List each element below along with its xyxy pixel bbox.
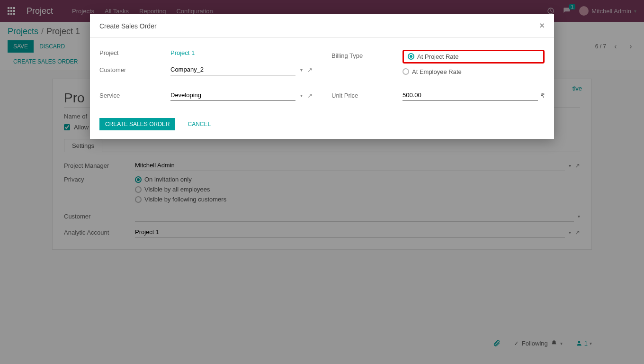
unit-price-input[interactable] xyxy=(402,90,538,101)
radio-unchecked-icon xyxy=(402,68,409,75)
customer-label: Customer xyxy=(99,66,170,73)
modal-footer: CREATE SALES ORDER CANCEL xyxy=(90,112,554,139)
create-sales-order-modal: Create Sales Order × Project Project 1 C… xyxy=(90,14,554,139)
service-input[interactable] xyxy=(170,90,295,101)
external-link-icon[interactable]: ↗ xyxy=(307,66,313,73)
caret-icon[interactable]: ▾ xyxy=(300,93,303,98)
customer-input[interactable] xyxy=(170,64,295,75)
modal-header: Create Sales Order × xyxy=(90,14,554,38)
billing-opt-employee-rate[interactable]: At Employee Rate xyxy=(402,68,545,75)
unit-price-field: ₹ xyxy=(402,90,545,101)
service-label: Service xyxy=(99,92,170,99)
project-link[interactable]: Project 1 xyxy=(170,49,313,56)
close-icon[interactable]: × xyxy=(539,21,545,31)
caret-icon[interactable]: ▾ xyxy=(300,67,303,73)
billing-type-label: Billing Type xyxy=(331,49,402,59)
external-link-icon[interactable]: ↗ xyxy=(307,92,313,99)
billing-opt-project-rate[interactable]: At Project Rate xyxy=(402,50,545,64)
billing-type-options: At Project Rate At Employee Rate xyxy=(402,50,545,75)
project-label: Project xyxy=(99,49,170,56)
unit-price-label: Unit Price xyxy=(331,92,402,99)
radio-checked-icon xyxy=(408,53,414,60)
customer-field: ▾ ↗ xyxy=(170,64,313,75)
service-field: ▾ ↗ xyxy=(170,90,313,101)
modal-title: Create Sales Order xyxy=(99,22,157,30)
modal-create-button[interactable]: CREATE SALES ORDER xyxy=(99,118,175,130)
modal-cancel-button[interactable]: CANCEL xyxy=(182,118,216,130)
currency-symbol: ₹ xyxy=(541,92,545,99)
modal-body: Project Project 1 Customer ▾ ↗ Billing T… xyxy=(90,38,554,112)
